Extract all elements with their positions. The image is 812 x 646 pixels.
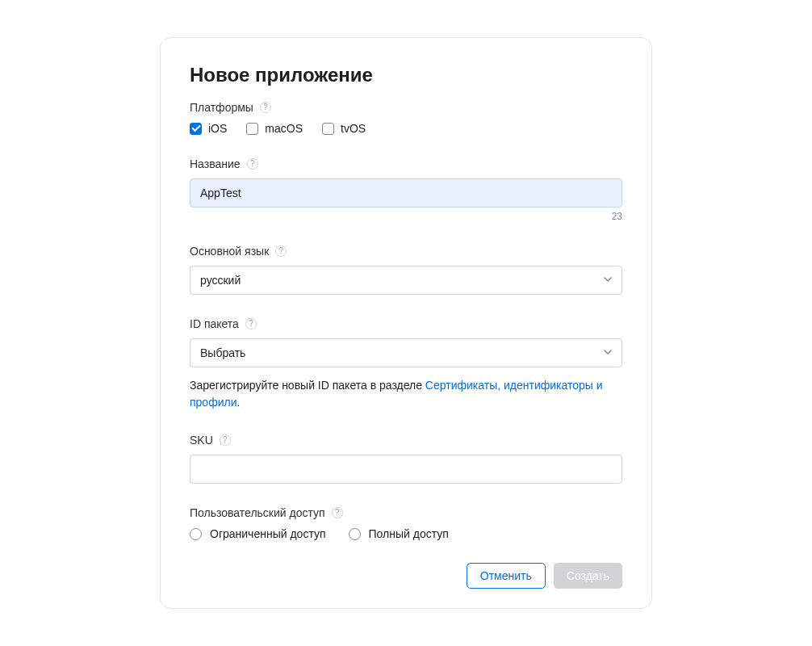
new-app-modal: Новое приложение Платформы ? iOS macOS t… bbox=[160, 37, 652, 609]
bundle-label-row: ID пакета ? bbox=[190, 317, 622, 330]
modal-title: Новое приложение bbox=[190, 64, 622, 86]
radio-limited[interactable] bbox=[190, 528, 202, 540]
help-icon[interactable]: ? bbox=[220, 434, 231, 446]
bundle-selected-value: Выбрать bbox=[200, 346, 245, 359]
help-icon[interactable]: ? bbox=[247, 158, 258, 170]
language-label: Основной язык bbox=[190, 245, 269, 258]
platform-label: iOS bbox=[208, 122, 227, 135]
create-button[interactable]: Создать bbox=[554, 563, 622, 589]
language-selected-value: русский bbox=[200, 274, 241, 287]
name-input[interactable] bbox=[190, 178, 622, 208]
checkbox-macos[interactable] bbox=[246, 123, 258, 135]
platforms-label-row: Платформы ? bbox=[190, 101, 622, 114]
access-option-full[interactable]: Полный доступ bbox=[349, 527, 449, 540]
bundle-helper-prefix: Зарегистрируйте новый ID пакета в раздел… bbox=[190, 379, 425, 392]
cancel-button[interactable]: Отменить bbox=[467, 563, 546, 589]
language-select[interactable]: русский bbox=[190, 266, 622, 295]
radio-label: Ограниченный доступ bbox=[210, 527, 326, 540]
platforms-options: iOS macOS tvOS bbox=[190, 122, 622, 135]
bundle-field: ID пакета ? Выбрать Зарегистрируйте новы… bbox=[190, 317, 622, 411]
modal-footer: Отменить Создать bbox=[190, 563, 622, 589]
name-label-row: Название ? bbox=[190, 157, 622, 170]
name-field: Название ? 23 bbox=[190, 157, 622, 222]
language-label-row: Основной язык ? bbox=[190, 245, 622, 258]
checkbox-ios[interactable] bbox=[190, 123, 202, 135]
help-icon[interactable]: ? bbox=[275, 245, 287, 257]
radio-full[interactable] bbox=[349, 528, 361, 540]
platform-label: tvOS bbox=[341, 122, 366, 135]
language-field: Основной язык ? русский bbox=[190, 245, 622, 295]
bundle-label: ID пакета bbox=[190, 317, 239, 330]
bundle-select-wrapper: Выбрать bbox=[190, 338, 622, 367]
access-label-row: Пользовательский доступ ? bbox=[190, 506, 622, 519]
platform-option-ios[interactable]: iOS bbox=[190, 122, 227, 135]
sku-label-row: SKU ? bbox=[190, 434, 622, 447]
access-field: Пользовательский доступ ? Ограниченный д… bbox=[190, 506, 622, 540]
platforms-field: Платформы ? iOS macOS tvOS bbox=[190, 101, 622, 135]
sku-label: SKU bbox=[190, 434, 213, 447]
help-icon[interactable]: ? bbox=[260, 102, 271, 113]
access-option-limited[interactable]: Ограниченный доступ bbox=[190, 527, 326, 540]
checkbox-tvos[interactable] bbox=[322, 123, 334, 135]
platform-option-macos[interactable]: macOS bbox=[246, 122, 303, 135]
help-icon[interactable]: ? bbox=[245, 318, 257, 329]
platform-label: macOS bbox=[265, 122, 303, 135]
sku-field: SKU ? bbox=[190, 434, 622, 484]
name-label: Название bbox=[190, 157, 241, 170]
bundle-helper-text: Зарегистрируйте новый ID пакета в раздел… bbox=[190, 377, 622, 411]
name-char-count: 23 bbox=[190, 211, 622, 222]
bundle-helper-suffix: . bbox=[236, 396, 240, 409]
sku-input[interactable] bbox=[190, 455, 622, 484]
access-options: Ограниченный доступ Полный доступ bbox=[190, 527, 622, 540]
bundle-select[interactable]: Выбрать bbox=[190, 338, 622, 367]
language-select-wrapper: русский bbox=[190, 266, 622, 295]
help-icon[interactable]: ? bbox=[332, 507, 343, 518]
radio-label: Полный доступ bbox=[369, 527, 449, 540]
platforms-label: Платформы bbox=[190, 101, 253, 114]
platform-option-tvos[interactable]: tvOS bbox=[322, 122, 366, 135]
access-label: Пользовательский доступ bbox=[190, 506, 325, 519]
